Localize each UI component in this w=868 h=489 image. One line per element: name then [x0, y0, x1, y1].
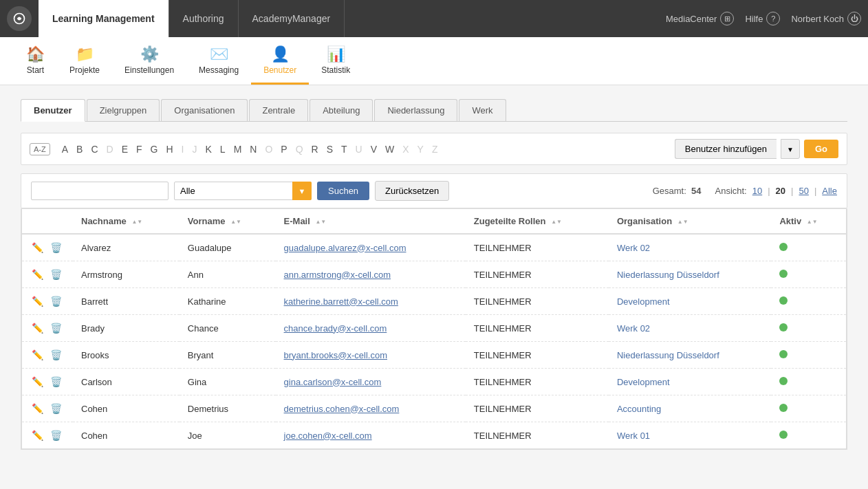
cell-organisation[interactable]: Werk 01	[609, 422, 771, 449]
delete-button[interactable]: 🗑️	[49, 241, 63, 254]
section-tab-organisationen[interactable]: Organisationen	[161, 99, 248, 121]
filter-select[interactable]: Alle Aktiv Inaktiv	[174, 182, 312, 200]
toolbar-benutzer[interactable]: 👤 Benutzer	[251, 37, 309, 85]
alpha-letter-T[interactable]: T	[338, 142, 351, 156]
mediacenter-icon: ⊞	[720, 12, 734, 25]
toolbar-einstellungen[interactable]: ⚙️ Einstellungen	[112, 37, 186, 85]
row-actions: ✏️ 🗑️	[22, 261, 74, 288]
section-tab-niederlassung[interactable]: Niederlassung	[374, 99, 457, 121]
go-button[interactable]: Go	[804, 140, 838, 158]
col-rollen[interactable]: Zugeteilte Rollen ▲▼	[466, 209, 609, 235]
page-20[interactable]: 20	[776, 186, 785, 196]
col-nachname[interactable]: Nachname ▲▼	[73, 209, 180, 235]
cell-organisation[interactable]: Development	[609, 369, 771, 395]
col-organisation[interactable]: Organisation ▲▼	[609, 209, 771, 235]
col-email[interactable]: E-Mail ▲▼	[276, 209, 466, 235]
edit-button[interactable]: ✏️	[30, 428, 45, 442]
cell-email[interactable]: katherine.barrett@x-cell.com	[276, 288, 466, 315]
alpha-letter-B[interactable]: B	[73, 142, 86, 156]
cell-nachname: Brooks	[73, 342, 180, 369]
page-50[interactable]: 50	[799, 186, 808, 196]
cell-organisation[interactable]: Accounting	[609, 395, 771, 422]
cell-organisation[interactable]: Development	[609, 288, 771, 315]
edit-button[interactable]: ✏️	[30, 321, 45, 335]
alpha-letter-H[interactable]: H	[162, 142, 176, 156]
alpha-letter-M[interactable]: M	[230, 142, 246, 156]
col-aktiv[interactable]: Aktiv ▲▼	[771, 209, 846, 235]
delete-button[interactable]: 🗑️	[49, 402, 63, 415]
select-arrow-icon[interactable]: ▼	[292, 182, 312, 200]
user-nav[interactable]: Norbert Koch ⏻	[791, 12, 861, 25]
edit-button[interactable]: ✏️	[30, 241, 45, 254]
alpha-letter-F[interactable]: F	[133, 142, 146, 156]
cell-vorname: Chance	[180, 315, 276, 342]
section-tab-benutzer[interactable]: Benutzer	[21, 99, 85, 122]
alpha-letter-W[interactable]: W	[382, 142, 398, 156]
delete-button[interactable]: 🗑️	[49, 294, 63, 308]
delete-button[interactable]: 🗑️	[49, 348, 63, 362]
search-input[interactable]	[31, 182, 169, 200]
hilfe-nav[interactable]: Hilfe ?	[745, 12, 780, 25]
cell-organisation[interactable]: Werk 02	[609, 315, 771, 342]
row-actions: ✏️ 🗑️	[22, 234, 74, 261]
alpha-letter-I: I	[178, 142, 188, 156]
cell-organisation[interactable]: Niederlassung Düsseldorf	[609, 261, 771, 288]
nav-tab-academy[interactable]: AcademyManager	[239, 0, 345, 37]
az-badge[interactable]: A-Z	[30, 143, 50, 155]
nav-tab-authoring[interactable]: Authoring	[169, 0, 239, 37]
edit-button[interactable]: ✏️	[30, 268, 45, 281]
alpha-letter-L[interactable]: L	[217, 142, 229, 156]
add-user-button[interactable]: Benutzer hinzufügen	[675, 139, 777, 159]
cell-email[interactable]: ann.armstrong@x-cell.com	[276, 261, 466, 288]
cell-email[interactable]: guadalupe.alvarez@x-cell.com	[276, 234, 466, 261]
edit-button[interactable]: ✏️	[30, 402, 45, 415]
edit-button[interactable]: ✏️	[30, 294, 45, 308]
cell-email[interactable]: bryant.brooks@x-cell.com	[276, 342, 466, 369]
delete-button[interactable]: 🗑️	[49, 321, 63, 335]
reset-button[interactable]: Zurücksetzen	[375, 181, 449, 201]
search-button[interactable]: Suchen	[317, 182, 369, 200]
alpha-letter-C[interactable]: C	[87, 142, 101, 156]
toolbar-projekte[interactable]: 📁 Projekte	[57, 37, 112, 85]
alpha-letter-K[interactable]: K	[202, 142, 215, 156]
cell-email[interactable]: joe.cohen@x-cell.com	[276, 422, 466, 449]
toolbar-start[interactable]: 🏠 Start	[14, 37, 57, 85]
alpha-letter-P[interactable]: P	[277, 142, 290, 156]
table-row: ✏️ 🗑️ Cohen Demetrius demetrius.cohen@x-…	[22, 395, 847, 422]
edit-button[interactable]: ✏️	[30, 375, 45, 389]
edit-button[interactable]: ✏️	[30, 348, 45, 362]
add-user-dropdown-button[interactable]: ▼	[781, 139, 800, 159]
section-tab-werk[interactable]: Werk	[459, 99, 506, 121]
toolbar-start-label: Start	[27, 65, 44, 75]
section-tab-zielgruppen[interactable]: Zielgruppen	[87, 99, 160, 121]
row-actions: ✏️ 🗑️	[22, 288, 74, 315]
alpha-letter-R[interactable]: R	[308, 142, 322, 156]
section-tab-abteilung[interactable]: Abteilung	[310, 99, 373, 121]
alpha-letter-A[interactable]: A	[58, 142, 72, 156]
mediacenter-nav[interactable]: MediaCenter ⊞	[666, 12, 734, 25]
cell-email[interactable]: gina.carlson@x-cell.com	[276, 369, 466, 395]
cell-organisation[interactable]: Werk 02	[609, 234, 771, 261]
toolbar-statistik[interactable]: 📊 Statistik	[309, 37, 362, 85]
hilfe-label: Hilfe	[745, 14, 763, 24]
toolbar: 🏠 Start 📁 Projekte ⚙️ Einstellungen ✉️ M…	[0, 37, 868, 85]
alpha-letter-V[interactable]: V	[367, 142, 380, 156]
col-vorname[interactable]: Vorname ▲▼	[180, 209, 276, 235]
delete-button[interactable]: 🗑️	[49, 428, 63, 442]
cell-email[interactable]: demetrius.cohen@x-cell.com	[276, 395, 466, 422]
alpha-letter-S[interactable]: S	[323, 142, 336, 156]
alpha-letter-G[interactable]: G	[147, 142, 162, 156]
alpha-letter-E[interactable]: E	[118, 142, 131, 156]
delete-button[interactable]: 🗑️	[49, 268, 63, 281]
page-all[interactable]: Alle	[822, 186, 837, 196]
cell-aktiv	[771, 315, 846, 342]
cell-email[interactable]: chance.brady@x-cell.com	[276, 315, 466, 342]
delete-button[interactable]: 🗑️	[49, 375, 63, 389]
alpha-letter-N[interactable]: N	[246, 142, 260, 156]
section-tab-zentrale[interactable]: Zentrale	[249, 99, 308, 121]
toolbar-messaging[interactable]: ✉️ Messaging	[186, 37, 251, 85]
power-icon: ⏻	[847, 12, 861, 25]
page-10[interactable]: 10	[752, 186, 762, 196]
nav-tab-learning[interactable]: Learning Management	[39, 0, 169, 37]
cell-organisation[interactable]: Niederlassung Düsseldorf	[609, 342, 771, 369]
